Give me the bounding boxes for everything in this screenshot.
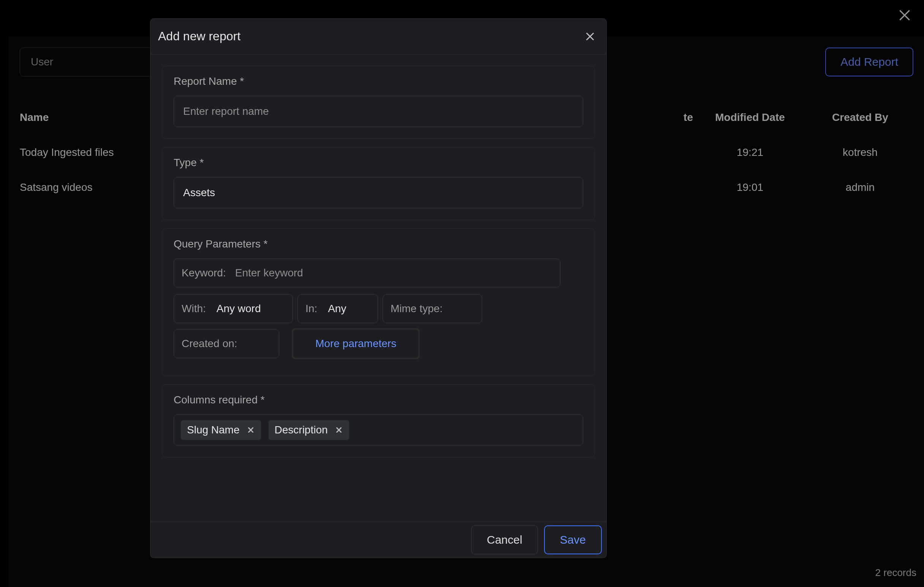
param-mime-type[interactable]: Mime type: (383, 294, 482, 323)
param-mime-label: Mime type: (391, 303, 443, 315)
tag-label: Slug Name (187, 424, 240, 436)
modal-footer: Cancel Save (150, 522, 606, 558)
keyword-input[interactable] (235, 267, 553, 279)
param-created-on-label: Created on: (182, 337, 237, 350)
modal-body: Report Name * Type * Assets Query Parame… (150, 55, 606, 522)
param-in[interactable]: In: Any (297, 294, 378, 323)
param-with[interactable]: With: Any word (173, 294, 293, 323)
type-select-value: Assets (183, 187, 215, 199)
param-created-on[interactable]: Created on: (173, 329, 279, 358)
type-select[interactable]: Assets (173, 177, 583, 208)
modal-close-button[interactable] (581, 27, 599, 46)
param-row-2: Created on: More parameters (173, 329, 583, 358)
modal-header: Add new report (150, 19, 606, 55)
modal-title: Add new report (158, 29, 241, 43)
param-in-label: In: (305, 303, 317, 315)
param-with-value: Any word (216, 303, 261, 315)
tag-label: Description (275, 424, 328, 436)
more-parameters-button[interactable]: More parameters (293, 329, 419, 358)
tag-remove-button[interactable] (335, 426, 343, 434)
columns-tags-input[interactable]: Slug Name Description (173, 414, 583, 446)
save-button[interactable]: Save (544, 526, 602, 554)
keyword-label: Keyword: (182, 267, 226, 279)
param-in-value: Any (328, 303, 346, 315)
section-type: Type * Assets (162, 147, 595, 220)
close-icon (335, 426, 343, 434)
report-name-label: Report Name * (173, 75, 583, 88)
query-parameters-label: Query Parameters * (173, 238, 583, 250)
section-columns-required: Columns required * Slug Name Description (162, 384, 595, 457)
param-row-1: With: Any word In: Any Mime type: (173, 294, 583, 323)
keyword-field[interactable]: Keyword: (173, 258, 560, 288)
tag-slug-name: Slug Name (181, 420, 261, 440)
section-report-name: Report Name * (162, 66, 595, 139)
section-query-parameters: Query Parameters * Keyword: With: Any wo… (162, 228, 595, 376)
param-with-label: With: (182, 303, 206, 315)
cancel-button[interactable]: Cancel (471, 526, 538, 554)
add-report-modal: Add new report Report Name * Type * Asse… (150, 18, 607, 558)
tag-description: Description (269, 420, 349, 440)
tag-remove-button[interactable] (247, 426, 255, 434)
type-label: Type * (173, 157, 583, 169)
close-icon (584, 30, 596, 43)
columns-required-label: Columns required * (173, 394, 583, 406)
modal-overlay: Add new report Report Name * Type * Asse… (0, 0, 924, 587)
report-name-input[interactable] (173, 96, 583, 127)
close-icon (247, 426, 255, 434)
